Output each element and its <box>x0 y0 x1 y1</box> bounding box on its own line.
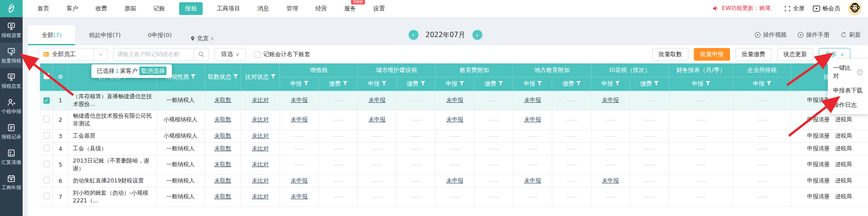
filter-funnel-icon[interactable] <box>654 81 659 86</box>
fetch-status-link[interactable]: 未取数 <box>214 177 232 184</box>
action-link-进税局[interactable]: 进税局 <box>835 116 852 123</box>
declare-status-link[interactable]: 未申报 <box>524 177 541 184</box>
action-link-申报清册[interactable]: 申报清册 <box>807 116 830 123</box>
filter-funnel-icon[interactable] <box>304 81 308 86</box>
status-update-button[interactable]: 状态更新 <box>777 48 813 61</box>
filter-funnel-icon[interactable] <box>615 81 620 86</box>
declare-status-link[interactable]: 未申报 <box>446 116 464 123</box>
nav-item-设置[interactable]: 设置 <box>373 5 385 13</box>
region-selector[interactable]: 北京∨ <box>185 25 218 45</box>
next-month-button[interactable]: › <box>472 30 482 40</box>
action-link-进税局[interactable]: 进税局 <box>835 145 852 152</box>
filter-funnel-icon[interactable] <box>233 74 238 79</box>
client-name[interactable]: 2013日记账（不要删除哈，谢谢） <box>68 155 157 174</box>
declare-status-link[interactable]: 未申报 <box>602 96 619 103</box>
compare-status-link[interactable]: 未比对 <box>252 96 269 103</box>
row-checkbox[interactable] <box>43 145 50 151</box>
batch-declare-button[interactable]: 批量申报 <box>694 48 730 61</box>
action-link-申报清册[interactable]: 申报清册 <box>807 145 830 152</box>
sidebar-item-批量报税[interactable]: 批量报税 <box>0 43 23 68</box>
sidebar-item-个税申报[interactable]: 个税申报 <box>0 93 23 119</box>
client-name[interactable]: 勿动朱虹直播2019财税设置 <box>68 174 157 187</box>
nav-item-首页[interactable]: 首页 <box>38 5 49 13</box>
cancel-selection-link[interactable]: 取消选择 <box>139 67 166 75</box>
filter-funnel-icon[interactable] <box>576 81 581 86</box>
nav-item-报税[interactable]: 报税 <box>179 2 203 15</box>
compare-status-link[interactable]: 未比对 <box>252 116 269 123</box>
action-link-申报清册[interactable]: 申报清册 <box>807 132 830 139</box>
row-checkbox[interactable] <box>43 161 50 167</box>
filter-funnel-icon[interactable] <box>537 81 542 86</box>
action-link-进税局[interactable]: 进税局 <box>835 161 852 168</box>
nav-item-服务[interactable]: 服务new <box>344 5 356 13</box>
declare-status-link[interactable]: 未申报 <box>291 96 308 103</box>
row-checkbox[interactable] <box>43 177 50 183</box>
row-checkbox[interactable] <box>43 132 50 139</box>
action-link-申报清册[interactable]: 申报清册 <box>807 193 830 200</box>
action-link-申报清册[interactable]: 申报清册 <box>807 177 830 184</box>
prev-month-button[interactable]: ‹ <box>408 30 418 40</box>
filter-funnel-icon[interactable] <box>191 74 195 79</box>
batch-pay-button[interactable]: 批量缴费 <box>735 48 772 61</box>
compare-status-link[interactable]: 未比对 <box>252 177 269 184</box>
refresh-link[interactable]: 刷新 <box>840 31 861 39</box>
sidebar-item-报税记录[interactable]: 报税记录 <box>0 119 23 144</box>
search-button[interactable] <box>194 48 209 61</box>
client-name[interactable]: 工会基层 <box>68 130 157 142</box>
nav-item-记账[interactable]: 记账 <box>153 5 165 13</box>
action-link-进税局[interactable]: 进税局 <box>835 132 852 139</box>
nav-item-工商项目[interactable]: 工商项目 <box>217 5 240 13</box>
client-name[interactable]: 刘小晗的账套（勿动）-小规模2221（... <box>68 187 157 206</box>
fetch-status-link[interactable]: 未取数 <box>214 116 232 123</box>
checkbox[interactable] <box>254 51 261 58</box>
tab-0申报[interactable]: 0申报(0) <box>134 25 185 45</box>
nav-item-票据[interactable]: 票据 <box>124 5 136 13</box>
filter-funnel-icon[interactable] <box>421 81 425 86</box>
filter-funnel-icon[interactable] <box>767 81 771 86</box>
declare-status-link[interactable]: 未申报 <box>369 96 386 103</box>
action-link-进税局[interactable]: 进税局 <box>835 177 852 184</box>
tab-税款申报[interactable]: 税款申报(7) <box>75 25 134 45</box>
employee-select[interactable]: 全部员工 ∨ <box>39 48 108 61</box>
filter-funnel-icon[interactable] <box>382 81 386 86</box>
client-name[interactable]: 工会（县级） <box>68 142 157 155</box>
app-logo[interactable] <box>0 0 23 17</box>
nav-item-客户[interactable]: 客户 <box>66 5 78 13</box>
filter-funnel-icon[interactable] <box>498 81 503 86</box>
filter-button[interactable]: 筛选 ∨ <box>214 48 246 61</box>
declare-status-link[interactable]: 未申报 <box>291 193 308 200</box>
declare-status-link[interactable]: 未申报 <box>446 177 464 184</box>
sidebar-item-工商年报[interactable]: 工商年报 <box>0 169 23 195</box>
user-avatar[interactable]: 🐵 <box>848 2 862 15</box>
action-link-申报清册[interactable]: 申报清册 <box>807 96 830 103</box>
fullscreen-button[interactable]: 全屏 <box>784 5 805 13</box>
client-name[interactable]: 畅捷通信息技术股份有限公司民非测试 <box>68 110 157 130</box>
nav-item-消息[interactable]: 消息 <box>257 5 269 13</box>
declare-status-link[interactable]: 未申报 <box>524 116 541 123</box>
compare-status-link[interactable]: 未比对 <box>252 145 269 152</box>
declare-status-link[interactable]: 未申报 <box>291 177 308 184</box>
compare-status-link[interactable]: 未比对 <box>252 193 269 200</box>
search-input[interactable] <box>113 48 194 61</box>
fetch-status-link[interactable]: 未取数 <box>214 145 232 152</box>
member-button[interactable]: 畅会员 <box>813 5 840 13</box>
fetch-status-link[interactable]: 未取数 <box>214 193 232 200</box>
menu-item-申报表下载[interactable]: 申报表下载 <box>828 83 868 98</box>
manual-link[interactable]: 操作手册 <box>797 31 830 39</box>
filter-funnel-icon[interactable] <box>460 81 464 86</box>
batch-fetch-button[interactable]: 批量取数 <box>652 48 688 61</box>
filter-funnel-icon[interactable] <box>706 81 710 86</box>
nav-item-收费[interactable]: 收费 <box>95 5 107 13</box>
client-name[interactable]: （库存核算）直播畅捷通信息技术股份... <box>68 91 157 110</box>
row-checkbox[interactable] <box>43 193 50 199</box>
sidebar-item-报税设置[interactable]: 报税设置 <box>0 17 23 43</box>
compare-status-link[interactable]: 未比对 <box>252 161 269 168</box>
menu-item-一键比对[interactable]: 一键比对? <box>828 61 868 83</box>
nav-item-经营[interactable]: 经营 <box>315 5 327 13</box>
announcement[interactable]: EW功能更新：账簿、 <box>712 5 776 12</box>
fetch-status-link[interactable]: 未取数 <box>214 161 232 168</box>
sidebar-item-汇算清缴[interactable]: 汇算清缴 <box>0 144 23 169</box>
accountant-filter-checkbox[interactable]: 记账会计名下账套 <box>254 50 310 58</box>
filter-funnel-icon[interactable] <box>343 81 347 86</box>
fetch-status-link[interactable]: 未取数 <box>214 96 232 103</box>
